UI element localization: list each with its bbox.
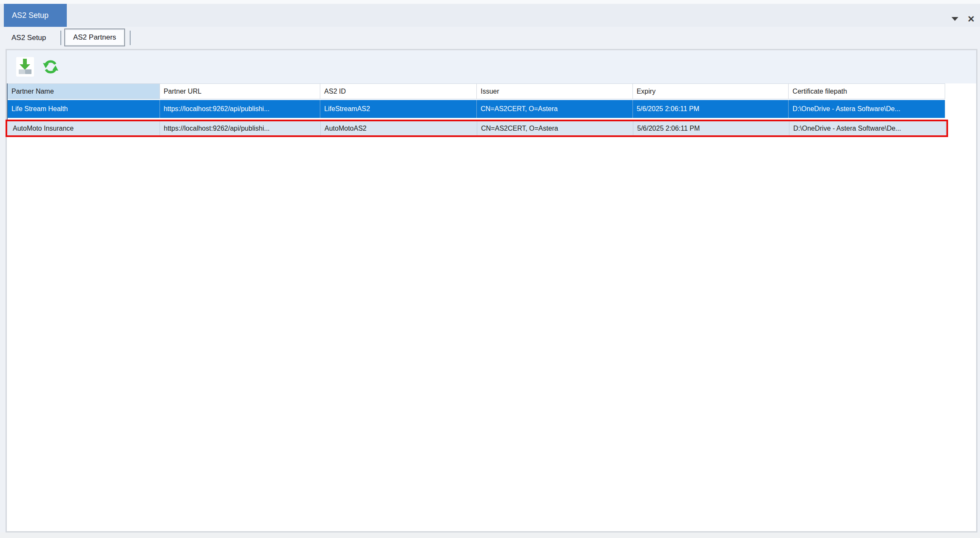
column-header-certificate-filepath[interactable]: Certificate filepath: [789, 84, 945, 99]
tab-as2-setup[interactable]: AS2 Setup: [11, 29, 46, 46]
table-row-automoto-insurance[interactable]: AutoMoto Insurance https://localhost:926…: [6, 120, 948, 137]
cell-partner-url[interactable]: https://localhost:9262/api/publishi...: [160, 121, 321, 135]
import-partner-button[interactable]: [16, 57, 34, 77]
cell-partner-url[interactable]: https://localhost:9262/api/publishi...: [160, 100, 321, 118]
cell-expiry[interactable]: 5/6/2025 2:06:11 PM: [633, 121, 789, 135]
document-tab-label: AS2 Setup: [12, 11, 48, 20]
cell-certificate-filepath[interactable]: D:\OneDrive - Astera Software\De...: [789, 121, 946, 135]
window-menu-button[interactable]: [950, 14, 960, 23]
document-tab-as2-setup[interactable]: AS2 Setup: [4, 4, 67, 27]
bottom-strip: [0, 532, 980, 538]
refresh-button[interactable]: [42, 57, 60, 77]
cell-issuer[interactable]: CN=AS2CERT, O=Astera: [477, 121, 633, 135]
tab-label: AS2 Partners: [73, 33, 116, 42]
cell-partner-name[interactable]: AutoMoto Insurance: [7, 121, 160, 135]
tab-label: AS2 Setup: [11, 34, 46, 42]
toolbar: [7, 50, 976, 83]
window-controls: ✕: [950, 14, 976, 23]
tab-separator: [130, 31, 131, 45]
column-header-as2-id[interactable]: AS2 ID: [320, 84, 477, 99]
as2-partners-panel: Partner Name Partner URL AS2 ID Issuer E…: [6, 49, 977, 532]
document-tab-bar: AS2 Setup ✕: [0, 4, 980, 27]
table-header-row: Partner Name Partner URL AS2 ID Issuer E…: [8, 83, 945, 99]
column-header-partner-name[interactable]: Partner Name: [8, 84, 160, 99]
column-header-partner-url[interactable]: Partner URL: [160, 84, 321, 99]
tab-as2-partners[interactable]: AS2 Partners: [64, 29, 125, 46]
partners-table: Partner Name Partner URL AS2 ID Issuer E…: [7, 83, 945, 137]
tab-separator: [60, 31, 61, 45]
cell-as2-id[interactable]: AutoMotoAS2: [321, 121, 477, 135]
column-header-issuer[interactable]: Issuer: [477, 84, 633, 99]
cell-partner-name[interactable]: Life Stream Health: [8, 100, 160, 118]
window-top-strip: [0, 0, 980, 4]
cell-expiry[interactable]: 5/6/2025 2:06:11 PM: [633, 100, 789, 118]
import-download-icon: [17, 58, 33, 75]
cell-certificate-filepath[interactable]: D:\OneDrive - Astera Software\De...: [789, 100, 945, 118]
table-row-life-stream-health[interactable]: Life Stream Health https://localhost:926…: [8, 100, 945, 118]
column-header-expiry[interactable]: Expiry: [633, 84, 789, 99]
chevron-down-icon: [952, 17, 958, 21]
refresh-icon: [43, 59, 59, 75]
tab-strip: AS2 Setup AS2 Partners: [0, 27, 980, 49]
close-button[interactable]: ✕: [966, 14, 976, 23]
close-icon: ✕: [967, 14, 975, 23]
cell-as2-id[interactable]: LifeStreamAS2: [320, 100, 477, 118]
cell-issuer[interactable]: CN=AS2CERT, O=Astera: [477, 100, 633, 118]
